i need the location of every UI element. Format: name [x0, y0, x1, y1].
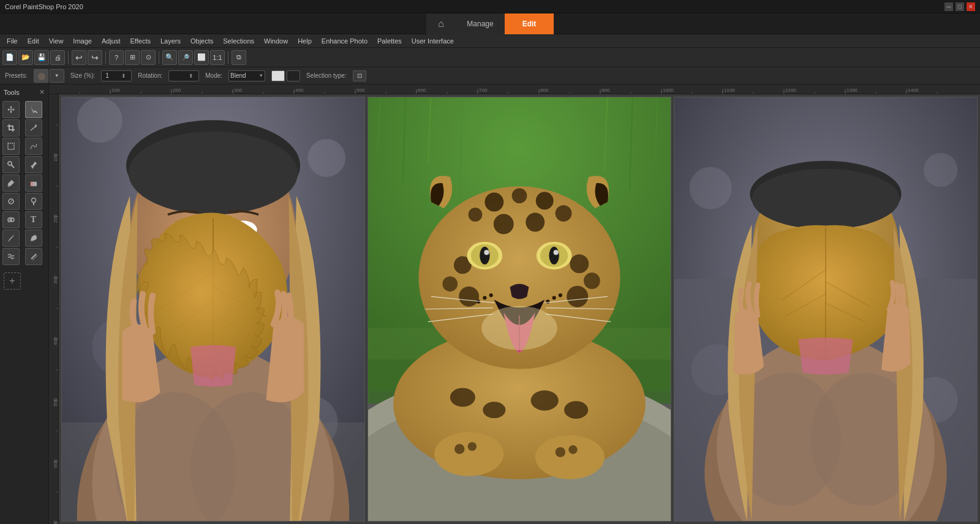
toolbar-help[interactable]: ?	[109, 50, 124, 65]
toolbar-fit[interactable]: ⬜	[194, 50, 209, 65]
size-spinner-icon: ⬍	[121, 73, 126, 79]
tool-paint-brush[interactable]	[2, 174, 20, 192]
svg-line-21	[31, 254, 36, 259]
svg-text:600: 600	[418, 88, 426, 93]
tool-clone[interactable]	[2, 211, 20, 228]
edit-label: Edit	[522, 20, 537, 28]
text-icon: T	[31, 215, 36, 225]
home-button[interactable]: ⌂	[426, 13, 456, 34]
mode-dropdown-icon: ▼	[258, 73, 263, 78]
tool-straighten[interactable]	[25, 119, 42, 137]
toolbar-overview[interactable]: ⊙	[141, 50, 156, 65]
svg-text:1300: 1300	[846, 88, 858, 93]
toolbar-zoom-in[interactable]: 🔍	[162, 50, 177, 65]
tool-dropper[interactable]	[25, 156, 42, 173]
menu-file[interactable]: File	[2, 36, 22, 46]
menu-window[interactable]: Window	[260, 36, 292, 46]
tool-freehand[interactable]	[25, 138, 42, 155]
tool-detail[interactable]	[25, 248, 42, 265]
svg-point-134	[564, 401, 588, 419]
menu-effects[interactable]: Effects	[126, 36, 155, 46]
tool-pen[interactable]	[2, 230, 20, 247]
toolbar-zoom-out[interactable]: 🔎	[178, 50, 193, 65]
tool-eraser[interactable]	[25, 174, 42, 192]
presets-swatch[interactable]	[34, 69, 48, 83]
svg-point-211	[752, 169, 899, 230]
tool-arrow[interactable]	[25, 101, 42, 118]
menu-user-interface[interactable]: User Interface	[407, 36, 458, 46]
tool-selection[interactable]	[2, 138, 20, 155]
tool-smear[interactable]	[2, 193, 20, 210]
svg-text:100: 100	[111, 88, 120, 93]
close-button[interactable]: ✕	[967, 2, 975, 11]
size-input[interactable]	[103, 70, 121, 81]
tool-crop[interactable]	[2, 119, 20, 137]
add-tool-button[interactable]: +	[4, 272, 21, 290]
toolbar-snap[interactable]: ⊞	[125, 50, 140, 65]
svg-point-152	[484, 250, 489, 255]
toolbar-copy[interactable]: ⧉	[232, 50, 246, 65]
menu-enhance-photo[interactable]: Enhance Photo	[317, 36, 372, 46]
toolbar-redo[interactable]: ↪	[88, 50, 102, 65]
maximize-button[interactable]: □	[956, 2, 964, 11]
minimize-button[interactable]: ─	[944, 2, 953, 11]
tool-warp[interactable]	[2, 248, 20, 265]
svg-point-137	[512, 188, 527, 203]
menu-image[interactable]: Image	[69, 36, 96, 46]
toolbar-separator-1	[68, 51, 69, 64]
manage-button[interactable]: Manage	[456, 13, 505, 34]
toolbar-actual-size[interactable]: 1:1	[210, 50, 225, 65]
size-input-group: ⬍	[101, 70, 132, 81]
toolbar-new[interactable]: 📄	[2, 50, 17, 65]
svg-text:800: 800	[540, 88, 549, 93]
menu-layers[interactable]: Layers	[156, 36, 185, 46]
svg-point-131	[450, 388, 475, 407]
svg-point-19	[9, 241, 10, 242]
rotation-input[interactable]	[170, 70, 189, 81]
home-icon: ⌂	[438, 18, 444, 29]
menu-palettes[interactable]: Palettes	[373, 36, 406, 46]
svg-text:300: 300	[53, 275, 58, 284]
foreground-swatch[interactable]	[271, 70, 285, 81]
svg-point-172	[535, 435, 605, 479]
svg-point-92	[307, 139, 345, 177]
tool-text[interactable]: T	[25, 211, 42, 228]
menu-selections[interactable]: Selections	[219, 36, 258, 46]
ruler-vertical: 100 200 300 400 500 600 700	[49, 94, 59, 524]
background-swatch[interactable]	[287, 70, 300, 81]
mode-label: Mode:	[205, 72, 222, 79]
ruler-v-svg: 100 200 300 400 500 600 700	[49, 94, 59, 524]
svg-rect-12	[31, 182, 33, 186]
svg-point-159	[483, 296, 486, 299]
svg-text:400: 400	[295, 88, 304, 93]
options-bar: Presets: ▼ Size (%): ⬍ Rotation: ⬍ Mode:…	[0, 67, 980, 84]
svg-point-145	[459, 286, 479, 307]
woman-photo	[62, 97, 364, 521]
svg-point-155	[549, 247, 559, 264]
tools-panel-close[interactable]: ✕	[39, 88, 45, 96]
tool-dodge[interactable]	[25, 193, 42, 210]
menu-help[interactable]: Help	[293, 36, 316, 46]
svg-point-171	[434, 432, 503, 476]
menu-bar: File Edit View Image Adjust Effects Laye…	[0, 34, 980, 48]
tool-eyedropper[interactable]	[25, 230, 42, 247]
toolbar-undo[interactable]: ↩	[72, 50, 86, 65]
toolbar-save[interactable]: 💾	[34, 50, 49, 65]
menu-view[interactable]: View	[45, 36, 68, 46]
tool-magic-wand[interactable]	[2, 156, 20, 173]
svg-point-104	[129, 132, 298, 215]
selection-type-button[interactable]: ⊡	[353, 70, 366, 81]
svg-text:300: 300	[234, 88, 243, 93]
app-title: Corel PaintShop Pro 2020	[5, 3, 83, 10]
menu-objects[interactable]: Objects	[186, 36, 217, 46]
tools-grid: T	[2, 101, 46, 265]
svg-text:400: 400	[53, 337, 58, 345]
svg-text:500: 500	[53, 398, 58, 406]
menu-edit[interactable]: Edit	[23, 36, 43, 46]
menu-adjust[interactable]: Adjust	[97, 36, 125, 46]
toolbar-print[interactable]: 🖨	[50, 50, 65, 65]
presets-dropdown[interactable]: ▼	[50, 69, 64, 83]
edit-button[interactable]: Edit	[505, 13, 554, 34]
toolbar-open[interactable]: 📂	[18, 50, 33, 65]
tool-move[interactable]	[2, 101, 20, 118]
